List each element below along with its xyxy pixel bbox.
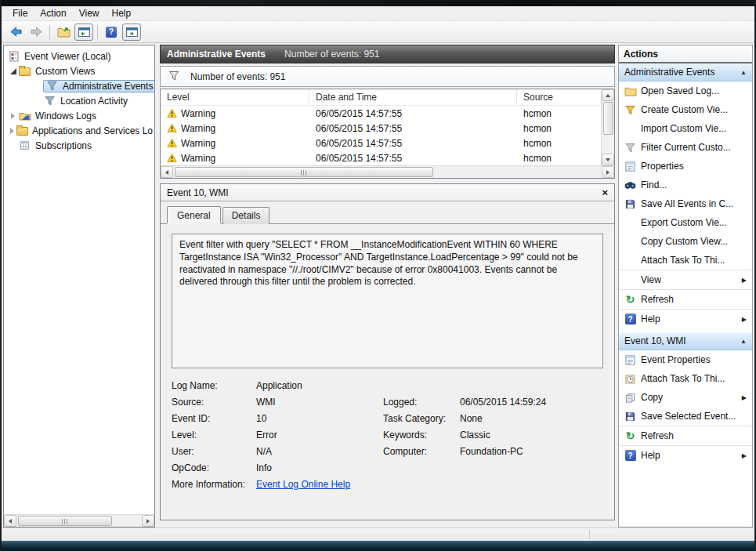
action-filter-current-custom-view[interactable]: Filter Current Custo... [619, 138, 752, 157]
action-view-submenu[interactable]: View ▶ [619, 270, 752, 289]
action-import-custom-view[interactable]: Import Custom Vie... [619, 119, 752, 138]
event-detail-pane: Event 10, WMI × General Details Event fi… [160, 183, 615, 520]
show-console-tree-icon[interactable] [74, 24, 93, 41]
action-find[interactable]: Find... [619, 176, 752, 194]
expander-closed-icon[interactable] [9, 128, 16, 134]
field-value: Foundation-PC [460, 444, 603, 460]
table-row[interactable]: Warning 06/05/2015 14:57:55 hcmon [161, 150, 601, 165]
field-value: None [460, 411, 603, 427]
field-value: 10 [256, 411, 383, 427]
scrollbar-thumb[interactable] [18, 516, 112, 526]
field-label: Task Category: [383, 411, 460, 427]
warning-icon [167, 108, 177, 118]
tree-item-applications-services[interactable]: Applications and Services Lo [4, 123, 154, 138]
action-event-properties[interactable]: Event Properties [619, 350, 752, 369]
tree-item-event-viewer-local[interactable]: Event Viewer (Local) [4, 49, 154, 63]
action-copy-submenu[interactable]: Copy ▶ [619, 388, 752, 407]
tree-item-location-activity[interactable]: Location Activity [4, 93, 154, 108]
table-row[interactable]: Warning 06/05/2015 14:57:55 hcmon [161, 136, 601, 150]
action-help-event-submenu[interactable]: ? Help ▶ [619, 446, 752, 465]
action-save-all-events[interactable]: Save All Events in C... [619, 194, 752, 213]
save-icon [623, 411, 638, 422]
submenu-arrow-icon: ▶ [742, 394, 747, 401]
tree-item-label: Event Viewer (Local) [23, 51, 113, 62]
filter-funnel-icon [168, 70, 179, 84]
actions-section-event-10-wmi[interactable]: Event 10, WMI ▲ [619, 332, 752, 350]
table-horizontal-scrollbar[interactable] [161, 165, 614, 178]
tree-item-custom-views[interactable]: Custom Views [4, 63, 154, 78]
menu-file[interactable]: File [6, 7, 34, 20]
tab-general[interactable]: General [167, 206, 221, 223]
expander-closed-icon[interactable] [9, 113, 17, 119]
refresh-icon: ↻ [623, 294, 638, 305]
field-value: Info [256, 460, 383, 477]
collapse-arrow-icon[interactable]: ▲ [740, 69, 747, 76]
scrollbar-thumb[interactable] [603, 102, 613, 135]
collapse-arrow-icon[interactable]: ▲ [740, 338, 747, 345]
field-value: 06/05/2015 14:59:24 [460, 394, 603, 411]
action-properties[interactable]: Properties [619, 157, 752, 176]
menu-view[interactable]: View [73, 7, 106, 20]
menu-help[interactable]: Help [106, 7, 138, 20]
forward-arrow-icon[interactable] [27, 24, 45, 41]
field-value [460, 378, 603, 394]
table-row[interactable]: Warning 06/05/2015 14:57:55 hcmon [161, 106, 601, 121]
cell-datetime: 06/05/2015 14:57:55 [309, 150, 517, 165]
field-value: WMI [256, 394, 383, 411]
back-arrow-icon[interactable] [6, 24, 25, 41]
action-refresh[interactable]: ↻ Refresh [619, 290, 752, 309]
action-save-selected-events[interactable]: Save Selected Event... [619, 407, 752, 426]
general-tab-content: Event filter with query "SELECT * FROM _… [161, 223, 614, 520]
column-header-source[interactable]: Source [517, 89, 601, 105]
help-icon[interactable]: ? [102, 24, 121, 41]
scroll-left-icon[interactable] [4, 515, 16, 527]
section-label: Administrative Events [624, 67, 714, 78]
action-attach-task-event[interactable]: Attach Task To Thi... [619, 369, 752, 388]
tree-item-label: Windows Logs [34, 111, 98, 121]
menu-action[interactable]: Action [34, 7, 72, 20]
tree-item-subscriptions[interactable]: Subscriptions [4, 138, 154, 153]
cell-datetime: 06/05/2015 14:57:55 [309, 106, 517, 121]
action-create-custom-view[interactable]: Create Custom Vie... [619, 100, 752, 119]
scroll-down-icon[interactable] [602, 154, 614, 165]
help-icon: ? [623, 450, 638, 461]
scroll-right-icon[interactable] [142, 515, 154, 527]
detail-title: Event 10, WMI [167, 187, 229, 198]
refresh-icon: ↻ [623, 430, 638, 441]
scroll-left-icon[interactable] [161, 166, 173, 178]
submenu-arrow-icon: ▶ [742, 316, 747, 323]
field-label [383, 477, 460, 493]
field-label: Computer: [383, 444, 460, 460]
action-copy-custom-view[interactable]: Copy Custom View... [619, 232, 752, 251]
tree-item-windows-logs[interactable]: Windows Logs [4, 108, 154, 123]
column-header-datetime[interactable]: Date and Time [309, 89, 517, 105]
event-fields: Log Name: Application Source: WMI Logged… [172, 378, 603, 493]
scroll-up-icon[interactable] [602, 89, 614, 101]
close-icon[interactable]: × [602, 187, 608, 198]
funnel-gray-icon [623, 143, 638, 153]
field-label: Event ID: [172, 411, 256, 427]
column-header-level[interactable]: Level [161, 89, 309, 105]
action-refresh-event[interactable]: ↻ Refresh [619, 426, 752, 445]
action-export-custom-view[interactable]: Export Custom Vie... [619, 213, 752, 232]
tree-item-administrative-events[interactable]: Administrative Events [4, 78, 154, 93]
action-help-submenu[interactable]: ? Help ▶ [619, 310, 752, 328]
tree-horizontal-scrollbar[interactable] [4, 514, 154, 527]
event-log-online-help-link[interactable]: Event Log Online Help [256, 479, 350, 490]
action-attach-task-custom-view[interactable]: Attach Task To Thi... [619, 251, 752, 270]
event-description[interactable]: Event filter with query "SELECT * FROM _… [172, 234, 603, 368]
actions-section-administrative-events[interactable]: Administrative Events ▲ [619, 63, 752, 82]
scroll-right-icon[interactable] [602, 166, 614, 178]
expander-open-icon[interactable] [9, 68, 17, 74]
show-action-pane-icon[interactable] [122, 24, 141, 41]
field-label: User: [172, 444, 256, 460]
action-open-saved-log[interactable]: Open Saved Log... [619, 82, 752, 100]
scrollbar-thumb[interactable] [175, 167, 433, 177]
tab-details[interactable]: Details [222, 207, 270, 224]
cell-datetime: 06/05/2015 14:57:55 [309, 136, 517, 150]
table-row[interactable]: Warning 06/05/2015 14:57:55 hcmon [161, 121, 601, 136]
event-viewer-window: File Action View Help ? [0, 0, 756, 551]
copy-icon [623, 393, 638, 403]
open-saved-log-icon[interactable] [54, 24, 73, 41]
table-vertical-scrollbar[interactable] [601, 89, 614, 165]
